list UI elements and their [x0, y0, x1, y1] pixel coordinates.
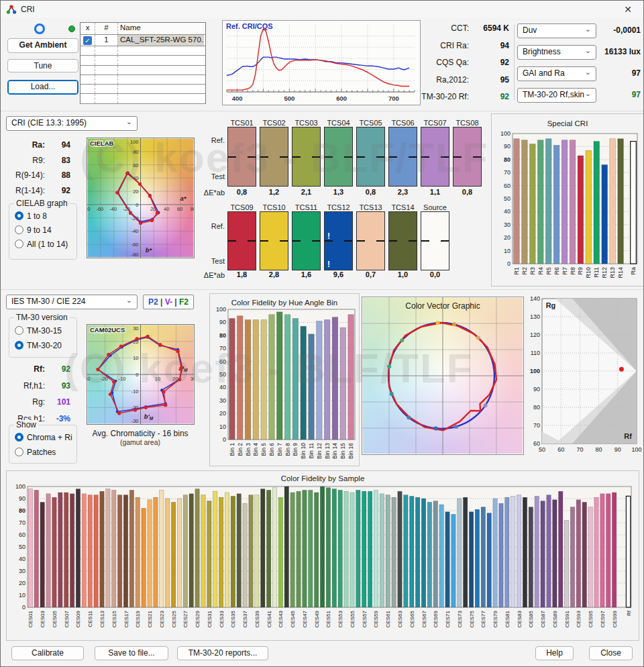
- link-separator: |: [158, 297, 165, 307]
- get-ambient-button[interactable]: Get Ambient: [7, 38, 78, 53]
- calibrate-button[interactable]: Calibrate: [11, 646, 84, 660]
- delta-e-value: 2,8: [260, 270, 288, 278]
- radio-option[interactable]: TM-30-20: [15, 341, 62, 351]
- link-separator: |: [172, 297, 179, 307]
- cam02ucs-chart: -30-20-10102030-30-20-100102030a'Mb'MCAM…: [87, 325, 194, 424]
- svg-text:Bin 14: Bin 14: [331, 443, 338, 459]
- radio-selected[interactable]: [15, 433, 23, 442]
- metric-combo[interactable]: ⌄Duv: [517, 23, 596, 38]
- radio-selected[interactable]: [15, 341, 23, 350]
- svg-text:60: 60: [19, 531, 25, 538]
- hue-bin-chart: 0102030405060708090100Bin 1Bin 2Bin 3Bin…: [211, 307, 359, 465]
- close-button[interactable]: Close: [589, 646, 633, 660]
- radio-option[interactable]: 1 to 8: [15, 211, 47, 221]
- svg-text:CES39: CES39: [254, 610, 260, 627]
- cri-standard-combo[interactable]: ⌄ CRI (CIE 13.3: 1995): [6, 116, 138, 131]
- ref-test-divider: [376, 156, 384, 158]
- radio-unselected[interactable]: [15, 225, 23, 234]
- source-table[interactable]: x#Name✓1CAL_SFT-25R-WG 570...: [80, 22, 206, 104]
- metric-combo[interactable]: ⌄Brightness: [517, 45, 596, 60]
- table-row-empty[interactable]: [80, 75, 205, 85]
- help-button[interactable]: Help: [535, 646, 574, 660]
- svg-text:80: 80: [219, 332, 226, 339]
- svg-text:R5: R5: [545, 267, 552, 275]
- stat-row: R(9-14):88: [5, 170, 70, 180]
- table-row-empty[interactable]: [80, 56, 205, 65]
- metric-combo[interactable]: ⌄TM-30-20 Rf,skin: [517, 88, 596, 103]
- tm30-standard-combo[interactable]: ⌄ IES TM-30 / CIE 224: [6, 295, 138, 309]
- radio-option[interactable]: TM-30-15: [15, 326, 62, 336]
- report-link[interactable]: P2: [148, 297, 158, 307]
- table-cell: [95, 66, 118, 74]
- ref-test-divider: [409, 240, 417, 242]
- table-row-empty[interactable]: [80, 85, 205, 94]
- stat-value: 95: [474, 75, 509, 85]
- table-cell: [95, 75, 118, 84]
- radio-unselected[interactable]: [15, 448, 23, 456]
- delta-e-value: 1,3: [324, 188, 353, 196]
- report-link[interactable]: V-: [165, 297, 172, 307]
- save-to-file-button[interactable]: Save to file...: [95, 646, 168, 660]
- svg-text:60: 60: [557, 446, 564, 453]
- test-label: Test: [194, 257, 225, 265]
- table-cell: [95, 85, 118, 93]
- table-cell: Name: [118, 23, 204, 34]
- report-links[interactable]: P2 | V- | F2: [143, 295, 194, 309]
- title-bar: CRI ✕: [1, 1, 643, 18]
- tune-button[interactable]: Tune: [7, 59, 78, 72]
- svg-text:Bin 11: Bin 11: [308, 443, 315, 459]
- svg-text:70: 70: [533, 422, 540, 429]
- tcs-label: TCS14: [388, 203, 417, 211]
- radio-unselected[interactable]: [15, 326, 23, 335]
- svg-text:CES87: CES87: [540, 610, 546, 627]
- stat-label: R(9-14):: [5, 170, 45, 180]
- special-cri-title: Special CRI: [492, 119, 643, 127]
- report-link-group[interactable]: P2 | V- | F2: [148, 297, 189, 307]
- svg-text:CES43: CES43: [278, 610, 284, 627]
- svg-text:CES53: CES53: [337, 610, 343, 627]
- report-link[interactable]: F2: [179, 297, 189, 307]
- radio-option[interactable]: Patches: [15, 448, 56, 458]
- svg-text:CES95: CES95: [588, 610, 594, 627]
- ref-test-divider: [441, 156, 449, 158]
- checkbox-checked-icon[interactable]: ✓: [83, 36, 92, 45]
- stat-value: -3%: [50, 414, 70, 423]
- stat-label: TM-30-20 Rf:: [418, 92, 469, 101]
- table-cell: [118, 75, 204, 84]
- radio-label: All (1 to 14): [27, 240, 68, 249]
- stat-value: 94: [474, 41, 509, 50]
- svg-text:CES65: CES65: [409, 610, 415, 627]
- tcs-swatch: [227, 127, 256, 187]
- radio-option[interactable]: All (1 to 14): [15, 240, 68, 250]
- stat-row: Rg:101: [5, 397, 70, 407]
- svg-text:80: 80: [596, 446, 602, 453]
- svg-text:CES23: CES23: [159, 610, 165, 627]
- stat-row: R(1-14):92: [5, 186, 70, 195]
- radio-selected[interactable]: [15, 211, 23, 220]
- svg-text:-80: -80: [87, 206, 90, 212]
- chevron-down-icon: ⌄: [585, 89, 591, 98]
- svg-text:50: 50: [539, 446, 545, 453]
- table-row-empty[interactable]: [80, 94, 205, 103]
- close-icon[interactable]: ✕: [618, 3, 638, 16]
- svg-text:80: 80: [504, 156, 511, 163]
- delta-e-value: 0,8: [453, 188, 482, 196]
- tm30-reports-button[interactable]: TM-30-20 reports...: [177, 646, 268, 660]
- radio-unselected[interactable]: [15, 240, 23, 248]
- stat-value: 92: [50, 186, 70, 195]
- stat-row: Rf,h1:93: [5, 381, 70, 391]
- table-row[interactable]: ✓1CAL_SFT-25R-WG 570...: [80, 35, 205, 46]
- svg-text:10: 10: [19, 592, 25, 599]
- svg-text:Rg: Rg: [546, 301, 556, 309]
- table-row-empty[interactable]: [80, 66, 205, 75]
- table-row-empty[interactable]: [80, 46, 205, 56]
- stat-label: R9:: [5, 156, 45, 165]
- radio-option[interactable]: Chroma + Ri: [15, 433, 72, 443]
- chevron-down-icon: ⌄: [585, 25, 591, 34]
- radio-option[interactable]: 9 to 14: [15, 225, 52, 236]
- load-button[interactable]: Load...: [7, 80, 78, 95]
- spectrum-chart-frame: 400500600700: [222, 20, 421, 105]
- tcs-swatch: [388, 211, 417, 270]
- metric-combo[interactable]: ⌄GAI and Ra: [517, 66, 596, 81]
- svg-text:60: 60: [177, 206, 182, 212]
